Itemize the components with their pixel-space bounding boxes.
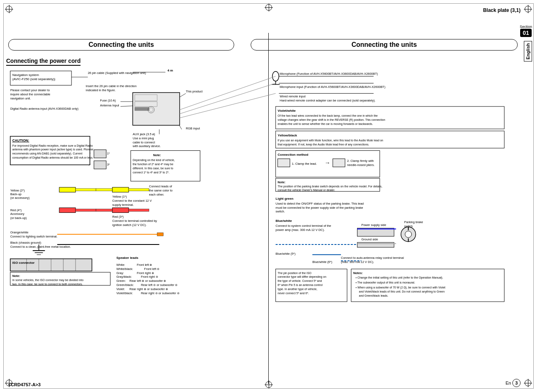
svg-text:Please contact your dealer to: Please contact your dealer to	[10, 88, 50, 92]
svg-text:Microphone (Function of AVH-X5: Microphone (Function of AVH-X5600BT/AVH-…	[280, 72, 378, 76]
svg-text:never connect 5* and 6*.: never connect 5* and 6*.	[278, 292, 309, 295]
svg-line-187	[180, 93, 276, 118]
svg-text:(or accessory): (or accessory)	[10, 196, 30, 200]
bottom-left-code: <CRD4757-A>3	[8, 382, 41, 387]
svg-text:connector type will differ dep: connector type will differ depending on	[278, 275, 326, 279]
svg-rect-138	[333, 159, 345, 167]
svg-rect-124	[276, 106, 504, 129]
svg-text:consumption of Digital Radio a: consumption of Digital Radio antenna sho…	[12, 156, 93, 159]
svg-text:→: →	[325, 159, 330, 166]
svg-text:This product: This product	[186, 90, 203, 93]
svg-text:switch.: switch.	[276, 210, 285, 213]
svg-text:2. Clamp firmly with: 2. Clamp firmly with	[347, 159, 374, 163]
svg-text:Connect to auto-antenna relay : Connect to auto-antenna relay control te…	[341, 256, 404, 260]
svg-text:Back-up: Back-up	[10, 192, 21, 196]
svg-rect-59	[112, 187, 129, 192]
svg-text:voltage changes when the gear : voltage changes when the gear shift is i…	[278, 118, 385, 122]
svg-text:(AVIC-F250 (sold separately)): (AVIC-F250 (sold separately))	[12, 77, 55, 81]
svg-rect-66	[96, 209, 113, 212]
svg-text:(or back-up): (or back-up)	[10, 216, 27, 220]
svg-text:Red (3*): Red (3*)	[112, 215, 124, 219]
svg-rect-39	[94, 161, 106, 169]
svg-text:Violet/white: Violet/white	[278, 109, 296, 113]
svg-text:consult the vehicle Owner's Ma: consult the vehicle Owner's Manual or de…	[278, 189, 335, 191]
svg-text:Wired remote input: Wired remote input	[280, 95, 306, 98]
svg-text:Red (4*): Red (4*)	[10, 208, 22, 212]
svg-text:Microphone input (Function of : Microphone input (Function of AVH-X5600B…	[280, 85, 386, 89]
svg-text:• The subwoofer output of this: • The subwoofer output of this unit is m…	[356, 281, 415, 284]
svg-text:two. In this case, be sure to : two. In this case, be sure to connect to…	[12, 283, 83, 286]
svg-text:each other.: each other.	[149, 193, 164, 196]
svg-text:ignition switch (12 V DC).: ignition switch (12 V DC).	[112, 223, 146, 227]
svg-text:4 m: 4 m	[168, 69, 173, 72]
svg-text:Accessory: Accessory	[10, 212, 25, 216]
svg-rect-155	[357, 242, 394, 247]
svg-text:Digital Radio antenna input (A: Digital Radio antenna input (AVH-X3600DA…	[10, 107, 79, 111]
svg-line-29	[179, 125, 182, 129]
svg-rect-32	[131, 150, 200, 181]
header-left-banner: Connecting the units	[8, 39, 234, 51]
svg-text:1. Clamp the lead.: 1. Clamp the lead.	[292, 162, 317, 166]
svg-rect-55	[96, 189, 113, 191]
svg-text:The position of the parking br: The position of the parking brake switch…	[278, 185, 383, 188]
svg-text:(max. 300 mA 12 V DC).: (max. 300 mA 12 V DC).	[341, 260, 374, 264]
svg-text:• When using a subwoofer of 70: • When using a subwoofer of 70 W (2 Ω), …	[356, 286, 445, 289]
svg-text:Connect to lighting switch ter: Connect to lighting switch terminal.	[10, 235, 58, 238]
svg-text:Front right ⊕: Front right ⊕	[137, 271, 154, 275]
svg-text:Connect to a clean, paint-free: Connect to a clean, paint-free metal loc…	[10, 245, 71, 249]
svg-text:Yellow (1*): Yellow (1*)	[112, 195, 127, 198]
svg-text:Notes:: Notes:	[353, 271, 363, 275]
svg-text:and Green/black leads.: and Green/black leads.	[359, 294, 388, 297]
svg-text:Antenna Input: Antenna Input	[100, 104, 120, 107]
svg-text:indicated in the figure.: indicated in the figure.	[86, 88, 116, 92]
svg-text:Orange/white: Orange/white	[10, 231, 28, 234]
svg-text:Front left ⊕: Front left ⊕	[137, 263, 152, 267]
svg-text:Light green: Light green	[276, 197, 293, 201]
svg-text:Rear left ⊖ or subwoofer ⊖: Rear left ⊖ or subwoofer ⊖	[141, 283, 177, 287]
svg-text:Speaker leads: Speaker leads	[116, 256, 138, 260]
svg-text:enables the unit to sense whet: enables the unit to sense whether the ca…	[278, 122, 373, 126]
svg-rect-60	[129, 189, 149, 191]
svg-rect-76	[157, 233, 164, 236]
svg-text:Hard-wired remote control adap: Hard-wired remote control adapter can be…	[280, 99, 376, 102]
svg-text:the same color to: the same color to	[149, 189, 173, 192]
svg-text:CAUTION:: CAUTION:	[12, 138, 29, 143]
svg-text:Rear right ⊖ or subwoofer ⊖: Rear right ⊖ or subwoofer ⊖	[141, 291, 180, 295]
header-right-title: Connecting the units	[351, 41, 417, 48]
header-right-banner: Connecting the units	[251, 39, 518, 51]
svg-text:Used to detect the ON/OFF stat: Used to detect the ON/OFF status of the …	[276, 202, 364, 205]
svg-text:ISO connector: ISO connector	[12, 261, 35, 265]
svg-text:Power supply side: Power supply side	[362, 223, 386, 227]
svg-text:Violet/black:: Violet/black:	[116, 291, 133, 295]
svg-text:navigation unit.: navigation unit.	[10, 97, 31, 100]
svg-text:Connection method: Connection method	[278, 153, 309, 157]
svg-text:power amp (max. 300 mA 12 V DC: power amp (max. 300 mA 12 V DC).	[276, 228, 325, 232]
svg-text:Rear left ⊕ or subwoofer ⊕: Rear left ⊕ or subwoofer ⊕	[129, 279, 166, 283]
svg-text:AUX jack (3.5 ø): AUX jack (3.5 ø)	[133, 132, 155, 136]
svg-text:the type of vehicle. Connect 5: the type of vehicle. Connect 5* and	[278, 279, 322, 283]
svg-rect-135	[278, 159, 290, 167]
svg-text:White:: White:	[116, 263, 125, 267]
svg-line-186	[180, 83, 276, 114]
svg-text:must be connected to the power: must be connected to the power supply si…	[276, 206, 363, 210]
svg-text:Connect to the constant 12 V: Connect to the constant 12 V	[112, 199, 152, 203]
svg-text:Connect to terminal controlled: Connect to terminal controlled by	[112, 219, 157, 223]
svg-text:needle-nosed pliers.: needle-nosed pliers.	[347, 163, 375, 167]
svg-text:Depending on the kind of vehic: Depending on the kind of vehicle,	[133, 159, 175, 162]
svg-text:26 pin cable (Supplied with na: 26 pin cable (Supplied with navigation u…	[88, 71, 146, 75]
svg-text:Front left ⊖: Front left ⊖	[144, 267, 159, 271]
svg-text:the function of 2* and 4* may : the function of 2* and 4* may be	[133, 163, 173, 166]
bottom-right-page: En 3	[505, 379, 521, 387]
svg-text:Green:: Green:	[116, 279, 126, 283]
svg-rect-70	[112, 208, 129, 213]
header-left-title: Connecting the units	[88, 41, 154, 48]
svg-text:Fuse (10 A): Fuse (10 A)	[100, 99, 116, 102]
section-heading: Connecting the power cord	[6, 58, 81, 66]
page-num-circle: 3	[512, 379, 521, 387]
svg-text:White/black:: White/black:	[116, 267, 133, 271]
svg-text:supply terminal.: supply terminal.	[112, 203, 134, 207]
svg-text:different. In this case, be su: different. In this case, be sure to	[133, 167, 173, 170]
svg-text:Connect to system control term: Connect to system control terminal of th…	[276, 224, 331, 228]
svg-text:Yellow/black: Yellow/black	[278, 134, 297, 137]
svg-text:RGB input: RGB input	[186, 127, 200, 130]
